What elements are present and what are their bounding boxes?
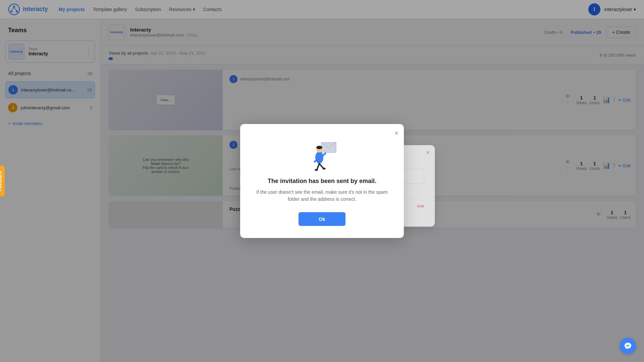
svg-point-9: [316, 146, 322, 149]
remove-label[interactable]: ove: [417, 203, 424, 208]
confirmation-modal: ×: [240, 124, 404, 238]
modal-close-button[interactable]: ×: [394, 129, 398, 137]
svg-point-14: [315, 169, 318, 171]
svg-line-12: [317, 164, 319, 170]
modal-illustration: [305, 137, 339, 171]
messenger-button[interactable]: [620, 338, 636, 354]
feedback-tab[interactable]: Feedback: [0, 166, 5, 196]
modal-description: If the user doesn't see the email, make …: [254, 189, 390, 203]
bg-modal-close[interactable]: ×: [426, 149, 430, 156]
modal-title: The invitation has been sent by email.: [254, 178, 390, 185]
modal-overlay: × M I J ove ×: [0, 0, 644, 362]
svg-line-13: [319, 164, 323, 168]
svg-point-15: [322, 168, 326, 170]
ok-button[interactable]: Ok: [299, 212, 345, 226]
